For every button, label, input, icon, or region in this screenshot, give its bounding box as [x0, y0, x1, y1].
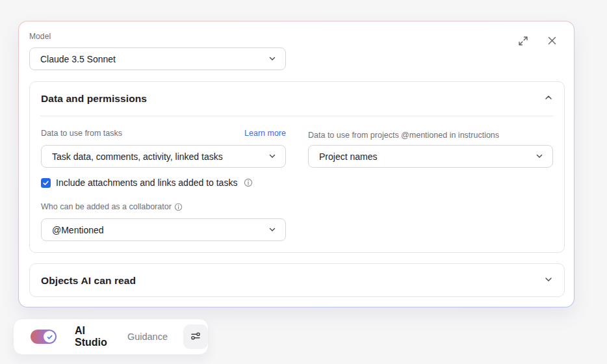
projects-data-select-value: Project names: [319, 151, 377, 162]
collaborator-select[interactable]: @Mentioned: [41, 218, 286, 241]
projects-data-select[interactable]: Project names: [308, 145, 553, 168]
attachments-checkbox-label: Include attachments and links added to t…: [56, 177, 237, 188]
objects-ai-can-read-section: Objects AI can read: [29, 263, 565, 297]
ai-studio-label: AI Studio: [75, 325, 112, 348]
chevron-down-icon: [268, 151, 276, 162]
projects-field-label-row: Data to use from projects @mentioned in …: [308, 129, 555, 140]
tasks-data-select[interactable]: Task data, comments, activity, linked ta…: [41, 145, 286, 168]
close-icon: [547, 36, 557, 47]
expand-icon: [518, 36, 528, 48]
close-button[interactable]: [543, 33, 560, 50]
tasks-field-label: Data to use from tasks: [41, 129, 122, 138]
section-divider: [40, 116, 554, 116]
objects-ai-can-read-header[interactable]: Objects AI can read: [30, 264, 564, 298]
collaborator-select-value: @Mentioned: [52, 225, 104, 235]
settings-button[interactable]: [183, 324, 208, 349]
model-select[interactable]: Claude 3.5 Sonnet: [29, 47, 286, 70]
learn-more-link[interactable]: Learn more: [244, 129, 286, 138]
checkbox-checked[interactable]: [41, 178, 51, 188]
collaborator-field-label: Who can be added as a collaborator: [41, 202, 172, 211]
chevron-down-icon: [544, 275, 553, 287]
data-and-permissions-section: Data and permissions Data to use from ta…: [29, 81, 565, 253]
ai-studio-footer-bar: AI Studio Guidance: [13, 318, 209, 355]
chevron-up-icon: [544, 93, 553, 105]
chevron-down-icon: [536, 151, 543, 162]
guidance-link[interactable]: Guidance: [127, 332, 168, 342]
data-and-permissions-header[interactable]: Data and permissions: [30, 82, 564, 116]
section-title: Data and permissions: [41, 93, 147, 105]
projects-field-label: Data to use from projects @mentioned in …: [308, 131, 499, 140]
ai-settings-modal: Model Claude 3.5 Sonnet: [18, 21, 575, 307]
tasks-data-select-value: Task data, comments, activity, linked ta…: [52, 151, 223, 162]
sliders-icon: [190, 330, 201, 344]
chevron-down-icon: [268, 224, 276, 236]
toggle-knob: [44, 331, 55, 343]
info-icon[interactable]: [174, 203, 183, 211]
attachments-checkbox-row[interactable]: Include attachments and links added to t…: [41, 177, 253, 188]
collaborator-field-label-row: Who can be added as a collaborator: [41, 202, 183, 211]
expand-button[interactable]: [515, 33, 532, 50]
ai-studio-toggle[interactable]: [31, 330, 57, 344]
section-title: Objects AI can read: [41, 275, 136, 287]
info-icon[interactable]: [244, 178, 253, 187]
model-select-value: Claude 3.5 Sonnet: [40, 54, 116, 64]
page: Model Claude 3.5 Sonnet: [0, 0, 607, 364]
model-field-label: Model: [29, 32, 51, 41]
chevron-down-icon: [268, 53, 276, 65]
tasks-field-label-row: Data to use from tasks Learn more: [41, 129, 286, 138]
